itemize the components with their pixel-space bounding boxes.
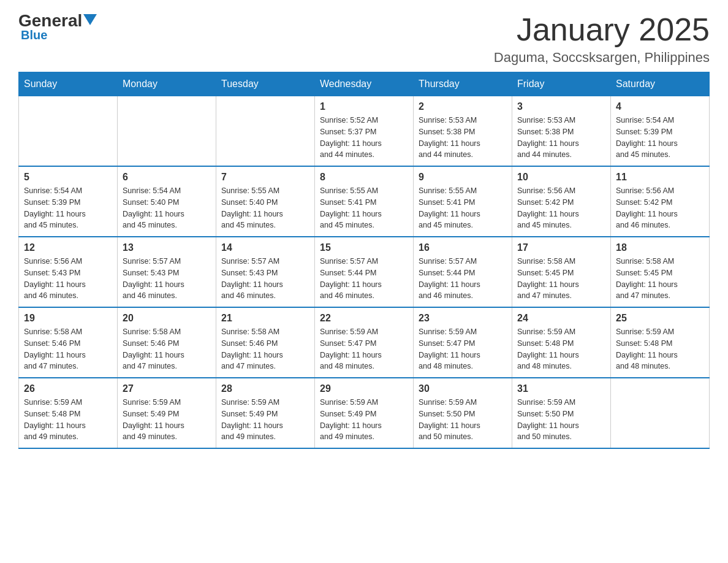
day-info: Sunrise: 5:56 AMSunset: 5:42 PMDaylight:…: [517, 185, 605, 231]
day-info: Sunrise: 5:59 AMSunset: 5:49 PMDaylight:…: [123, 397, 211, 443]
calendar-cell: 23Sunrise: 5:59 AMSunset: 5:47 PMDayligh…: [414, 307, 512, 378]
day-info: Sunrise: 5:59 AMSunset: 5:49 PMDaylight:…: [320, 397, 408, 443]
calendar-week-row: 19Sunrise: 5:58 AMSunset: 5:46 PMDayligh…: [19, 307, 710, 378]
day-info: Sunrise: 5:55 AMSunset: 5:40 PMDaylight:…: [221, 185, 309, 231]
day-number: 10: [517, 172, 605, 183]
calendar-cell: 14Sunrise: 5:57 AMSunset: 5:43 PMDayligh…: [216, 237, 315, 307]
day-info: Sunrise: 5:55 AMSunset: 5:41 PMDaylight:…: [320, 185, 408, 231]
calendar-cell: [118, 96, 216, 167]
day-info: Sunrise: 5:58 AMSunset: 5:46 PMDaylight:…: [123, 326, 211, 372]
weekday-header-thursday: Thursday: [414, 72, 512, 96]
day-info: Sunrise: 5:53 AMSunset: 5:38 PMDaylight:…: [517, 115, 605, 161]
calendar-cell: 17Sunrise: 5:58 AMSunset: 5:45 PMDayligh…: [512, 237, 611, 307]
day-info: Sunrise: 5:59 AMSunset: 5:48 PMDaylight:…: [616, 326, 704, 372]
svg-marker-0: [83, 14, 97, 25]
weekday-header-monday: Monday: [118, 72, 216, 96]
calendar-cell: 26Sunrise: 5:59 AMSunset: 5:48 PMDayligh…: [19, 378, 118, 448]
calendar-cell: 27Sunrise: 5:59 AMSunset: 5:49 PMDayligh…: [118, 378, 216, 448]
day-number: 25: [616, 313, 704, 324]
calendar-cell: 2Sunrise: 5:53 AMSunset: 5:38 PMDaylight…: [414, 96, 512, 167]
calendar-cell: 5Sunrise: 5:54 AMSunset: 5:39 PMDaylight…: [19, 166, 118, 237]
calendar-cell: 3Sunrise: 5:53 AMSunset: 5:38 PMDaylight…: [512, 96, 611, 167]
day-info: Sunrise: 5:59 AMSunset: 5:50 PMDaylight:…: [517, 397, 605, 443]
day-info: Sunrise: 5:59 AMSunset: 5:49 PMDaylight:…: [221, 397, 309, 443]
day-info: Sunrise: 5:56 AMSunset: 5:43 PMDaylight:…: [24, 256, 112, 302]
calendar-cell: 19Sunrise: 5:58 AMSunset: 5:46 PMDayligh…: [19, 307, 118, 378]
day-info: Sunrise: 5:59 AMSunset: 5:47 PMDaylight:…: [320, 326, 408, 372]
day-number: 28: [221, 383, 309, 394]
day-info: Sunrise: 5:54 AMSunset: 5:40 PMDaylight:…: [123, 185, 211, 231]
day-info: Sunrise: 5:58 AMSunset: 5:45 PMDaylight:…: [616, 256, 704, 302]
calendar-cell: 4Sunrise: 5:54 AMSunset: 5:39 PMDaylight…: [611, 96, 710, 167]
page-header: General Blue January 2025 Daguma, Soccsk…: [18, 12, 710, 66]
calendar-cell: 29Sunrise: 5:59 AMSunset: 5:49 PMDayligh…: [315, 378, 414, 448]
day-info: Sunrise: 5:57 AMSunset: 5:43 PMDaylight:…: [123, 256, 211, 302]
day-number: 22: [320, 313, 408, 324]
day-info: Sunrise: 5:59 AMSunset: 5:50 PMDaylight:…: [419, 397, 507, 443]
calendar-table: SundayMondayTuesdayWednesdayThursdayFrid…: [18, 72, 710, 449]
calendar-cell: 8Sunrise: 5:55 AMSunset: 5:41 PMDaylight…: [315, 166, 414, 237]
day-info: Sunrise: 5:57 AMSunset: 5:44 PMDaylight:…: [419, 256, 507, 302]
day-info: Sunrise: 5:52 AMSunset: 5:37 PMDaylight:…: [320, 115, 408, 161]
day-number: 4: [616, 101, 704, 112]
page-title: January 2025: [494, 12, 710, 47]
day-info: Sunrise: 5:58 AMSunset: 5:45 PMDaylight:…: [517, 256, 605, 302]
day-info: Sunrise: 5:54 AMSunset: 5:39 PMDaylight:…: [616, 115, 704, 161]
logo-triangle-icon: [83, 14, 97, 25]
day-number: 5: [24, 172, 112, 183]
calendar-cell: 20Sunrise: 5:58 AMSunset: 5:46 PMDayligh…: [118, 307, 216, 378]
calendar-cell: 7Sunrise: 5:55 AMSunset: 5:40 PMDaylight…: [216, 166, 315, 237]
calendar-week-row: 5Sunrise: 5:54 AMSunset: 5:39 PMDaylight…: [19, 166, 710, 237]
calendar-cell: 15Sunrise: 5:57 AMSunset: 5:44 PMDayligh…: [315, 237, 414, 307]
day-info: Sunrise: 5:58 AMSunset: 5:46 PMDaylight:…: [24, 326, 112, 372]
calendar-week-row: 12Sunrise: 5:56 AMSunset: 5:43 PMDayligh…: [19, 237, 710, 307]
calendar-cell: [216, 96, 315, 167]
day-number: 23: [419, 313, 507, 324]
title-section: January 2025 Daguma, Soccsksargen, Phili…: [494, 12, 710, 66]
day-number: 20: [123, 313, 211, 324]
day-number: 12: [24, 242, 112, 253]
day-number: 16: [419, 242, 507, 253]
calendar-cell: 13Sunrise: 5:57 AMSunset: 5:43 PMDayligh…: [118, 237, 216, 307]
day-info: Sunrise: 5:56 AMSunset: 5:42 PMDaylight:…: [616, 185, 704, 231]
day-number: 31: [517, 383, 605, 394]
calendar-cell: 6Sunrise: 5:54 AMSunset: 5:40 PMDaylight…: [118, 166, 216, 237]
day-number: 8: [320, 172, 408, 183]
calendar-cell: 30Sunrise: 5:59 AMSunset: 5:50 PMDayligh…: [414, 378, 512, 448]
calendar-cell: 16Sunrise: 5:57 AMSunset: 5:44 PMDayligh…: [414, 237, 512, 307]
page-subtitle: Daguma, Soccsksargen, Philippines: [494, 50, 710, 66]
day-info: Sunrise: 5:59 AMSunset: 5:47 PMDaylight:…: [419, 326, 507, 372]
day-number: 30: [419, 383, 507, 394]
day-number: 27: [123, 383, 211, 394]
day-info: Sunrise: 5:59 AMSunset: 5:48 PMDaylight:…: [517, 326, 605, 372]
calendar-cell: 31Sunrise: 5:59 AMSunset: 5:50 PMDayligh…: [512, 378, 611, 448]
day-number: 17: [517, 242, 605, 253]
weekday-header-sunday: Sunday: [19, 72, 118, 96]
calendar-cell: 11Sunrise: 5:56 AMSunset: 5:42 PMDayligh…: [611, 166, 710, 237]
day-info: Sunrise: 5:55 AMSunset: 5:41 PMDaylight:…: [419, 185, 507, 231]
weekday-header-tuesday: Tuesday: [216, 72, 315, 96]
calendar-cell: [19, 96, 118, 167]
day-info: Sunrise: 5:58 AMSunset: 5:46 PMDaylight:…: [221, 326, 309, 372]
weekday-header-saturday: Saturday: [611, 72, 710, 96]
day-number: 21: [221, 313, 309, 324]
day-number: 6: [123, 172, 211, 183]
day-number: 11: [616, 172, 704, 183]
logo-blue-text: Blue: [21, 28, 47, 42]
calendar-cell: [611, 378, 710, 448]
day-number: 13: [123, 242, 211, 253]
calendar-header-row: SundayMondayTuesdayWednesdayThursdayFrid…: [19, 72, 710, 96]
calendar-cell: 28Sunrise: 5:59 AMSunset: 5:49 PMDayligh…: [216, 378, 315, 448]
calendar-week-row: 1Sunrise: 5:52 AMSunset: 5:37 PMDaylight…: [19, 96, 710, 167]
day-info: Sunrise: 5:54 AMSunset: 5:39 PMDaylight:…: [24, 185, 112, 231]
day-number: 7: [221, 172, 309, 183]
day-number: 9: [419, 172, 507, 183]
day-info: Sunrise: 5:59 AMSunset: 5:48 PMDaylight:…: [24, 397, 112, 443]
calendar-cell: 22Sunrise: 5:59 AMSunset: 5:47 PMDayligh…: [315, 307, 414, 378]
day-number: 2: [419, 101, 507, 112]
weekday-header-wednesday: Wednesday: [315, 72, 414, 96]
day-number: 15: [320, 242, 408, 253]
day-number: 19: [24, 313, 112, 324]
calendar-cell: 21Sunrise: 5:58 AMSunset: 5:46 PMDayligh…: [216, 307, 315, 378]
day-number: 14: [221, 242, 309, 253]
